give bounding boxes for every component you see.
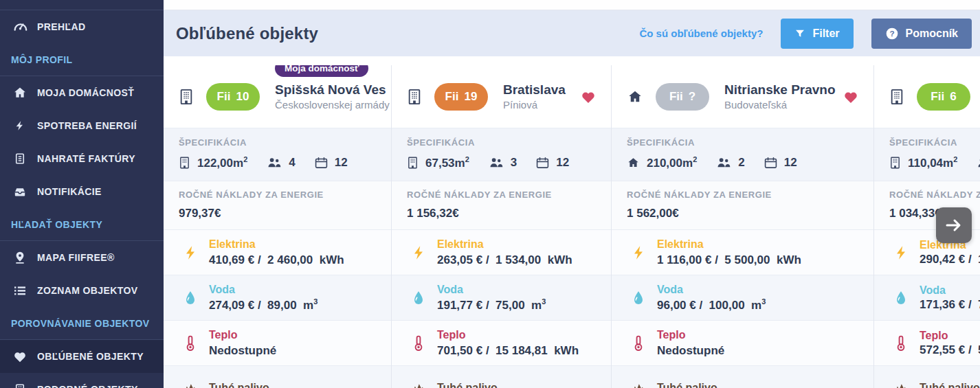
object-card: Fii 10 Moja domácnosť Spišská Nová Ves Č…: [164, 65, 392, 388]
energy-name: Elektrina: [209, 238, 344, 251]
filter-button-label: Filter: [812, 27, 839, 40]
months-count: 12: [556, 156, 569, 170]
invoice-icon: [11, 152, 29, 166]
energy-name: Tuhé palivo: [657, 382, 717, 388]
energy-name: Tuhé palivo: [437, 382, 498, 388]
solid-fuel-row: Tuhé palivo: [164, 365, 391, 388]
droplet-icon: [180, 290, 201, 306]
thermometer-icon: [628, 334, 649, 353]
sidebar-item-label: MAPA FIIFREE®: [37, 252, 115, 263]
sidebar-item-podobne-objekty[interactable]: PODOBNÉ OBJEKTY: [0, 373, 164, 388]
sidebar-item-label: NAHRATÉ FAKTÚRY: [37, 153, 135, 164]
map-pin-icon: [11, 250, 29, 265]
heat-row: Teplo 701,50 € / 15 184,81 kWh: [392, 320, 611, 365]
sidebar-item-label: PODOBNÉ OBJEKTY: [37, 384, 138, 388]
energy-name: Teplo: [657, 329, 724, 341]
energy-value: 1 116,00 € / 5 500,00 kWh: [657, 252, 801, 267]
area-value: 122,00m2: [197, 155, 247, 170]
sidebar-top-band: [0, 0, 164, 10]
annual-costs-row: ROČNÉ NÁKLADY ZA ENERGIE 979,37€: [164, 181, 391, 229]
calendar-icon: [536, 157, 549, 169]
home-icon: [11, 86, 29, 100]
card-header: Fii 6: [874, 65, 980, 128]
object-title: Spišská Nová Ves: [275, 82, 390, 98]
sidebar-item-spotreba-energii[interactable]: SPOTREBA ENERGIÍ: [0, 109, 164, 142]
bolt-icon: [11, 119, 29, 133]
solid-fuel-row: Tuhé palivo: [874, 365, 980, 388]
object-street: Píniová: [503, 99, 566, 111]
fii-score-pill[interactable]: Fii 6: [917, 83, 970, 111]
specification-label: ŠPECIFIKÁCIA: [627, 137, 873, 148]
sidebar-item-notifikacie[interactable]: NOTIFIKÁCIE: [0, 175, 164, 208]
sidebar-item-prehlad[interactable]: PREHĽAD: [0, 10, 164, 43]
energy-value: Nedostupné: [209, 343, 276, 358]
electricity-row: Elektrina 410,69 € / 2 460,00 kWh: [164, 229, 391, 275]
fii-label: Fii: [931, 90, 944, 104]
droplet-icon: [628, 290, 649, 306]
sidebar-item-nahrate-faktury[interactable]: NAHRATÉ FAKTÚRY: [0, 142, 164, 175]
energy-name: Tuhé palivo: [209, 382, 269, 388]
fii-score-pill[interactable]: Fii ?: [656, 83, 709, 111]
calendar-icon: [764, 157, 777, 169]
energy-value: 274,09 € / 89,00 m3: [209, 297, 318, 312]
card-header: Fii 10 Moja domácnosť Spišská Nová Ves Č…: [164, 65, 391, 128]
fii-value: 10: [236, 90, 249, 104]
months-count: 12: [784, 156, 797, 170]
area-value: 110,04m2: [908, 155, 957, 170]
sidebar-item-mapa-fiifree[interactable]: MAPA FIIFREE®: [0, 241, 164, 274]
sidebar-item-oblubene-objekty[interactable]: OBĽÚBENÉ OBJEKTY: [0, 340, 164, 373]
water-row: Voda 274,09 € / 89,00 m3: [164, 275, 391, 320]
sidebar-item-label: MOJA DOMÁCNOSŤ: [37, 87, 134, 98]
area-value: 67,53m2: [425, 155, 469, 170]
carousel-next-button[interactable]: [936, 207, 972, 243]
sidebar-item-label: ZOZNAM OBJEKTOV: [37, 285, 138, 296]
people-count: 3: [511, 156, 517, 170]
water-row: Voda 171,36 € / 7: [874, 275, 980, 320]
fii-label: Fii: [217, 90, 231, 104]
object-title: Nitrianske Pravno: [724, 82, 836, 98]
help-button[interactable]: ? Pomocník: [871, 19, 972, 49]
sidebar-section-porovnavanie: POROVNÁVANIE OBJEKTOV: [0, 307, 164, 340]
sidebar-item-moja-domacnost[interactable]: MOJA DOMÁCNOSŤ: [0, 76, 164, 109]
card-header: Fii ? Nitrianske Pravno Budovateľská: [612, 65, 873, 128]
fii-score-pill[interactable]: Fii 10: [206, 83, 260, 111]
energy-value: 263,05 € / 1 534,00 kWh: [437, 252, 572, 267]
gauge-icon: [11, 19, 29, 34]
annual-costs-label: ROČNÉ NÁKLADY ZA ENERGIE: [179, 190, 391, 200]
thermometer-icon: [180, 334, 201, 353]
what-are-favorites-link[interactable]: Čo sú obľúbené objekty?: [639, 27, 763, 39]
energy-value: 701,50 € / 15 184,81 kWh: [437, 343, 579, 358]
main-content: Obľúbené objekty Čo sú obľúbené objekty?…: [164, 0, 980, 388]
svg-text:?: ?: [889, 29, 894, 38]
thermometer-icon: [891, 334, 911, 353]
droplet-icon: [891, 290, 911, 306]
building-icon: [179, 88, 194, 106]
inbox-icon: [11, 186, 29, 197]
energy-name: Teplo: [437, 329, 579, 341]
home-icon: [627, 157, 640, 169]
heat-row: Teplo 572,55 € / 5: [874, 320, 980, 365]
fii-score-pill[interactable]: Fii 19: [434, 83, 488, 111]
object-title: Bratislava: [503, 82, 566, 98]
fii-value: 19: [464, 90, 477, 104]
wood-flame-icon: [891, 383, 911, 388]
heat-row: Teplo Nedostupné: [612, 320, 873, 365]
building-icon: [179, 156, 190, 170]
annual-costs-value: 1 156,32€: [407, 207, 611, 220]
water-row: Voda 191,77 € / 75,00 m3: [392, 275, 611, 320]
building-icon: [407, 156, 419, 170]
solid-fuel-row: Tuhé palivo: [612, 365, 873, 388]
favorite-heart-icon[interactable]: [843, 90, 858, 104]
sidebar-section-moj-profil: MÔJ PROFIL: [0, 43, 164, 76]
energy-name: Tuhé palivo: [920, 382, 980, 388]
object-street: Budovateľská: [724, 99, 836, 111]
favorite-heart-icon[interactable]: [581, 90, 596, 104]
people-icon: [716, 157, 731, 168]
my-household-badge: Moja domácnosť: [275, 65, 368, 77]
filter-button[interactable]: Filter: [781, 19, 853, 49]
annual-costs-value: 1 562,00€: [627, 207, 873, 220]
months-count: 12: [335, 156, 348, 170]
help-button-label: Pomocník: [906, 27, 958, 40]
energy-name: Teplo: [920, 330, 980, 342]
sidebar-item-zoznam-objektov[interactable]: ZOZNAM OBJEKTOV: [0, 274, 164, 307]
